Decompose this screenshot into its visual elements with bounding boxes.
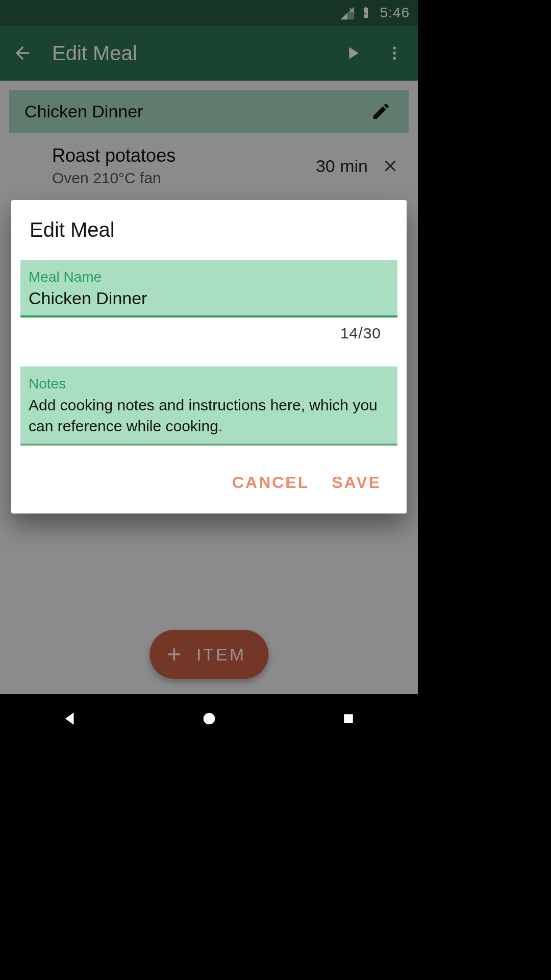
nav-back-icon xyxy=(61,709,79,728)
dialog-title: Edit Meal xyxy=(20,218,397,260)
meal-name-label: Meal Name xyxy=(29,269,389,285)
svg-point-3 xyxy=(203,713,215,725)
dialog-actions: CANCEL SAVE xyxy=(20,446,397,507)
notes-field[interactable]: Notes Add cooking notes and instructions… xyxy=(20,366,397,446)
notes-label: Notes xyxy=(29,376,389,392)
nav-home-button[interactable] xyxy=(186,707,232,730)
nav-recents-icon xyxy=(341,711,356,726)
char-counter: 14/30 xyxy=(20,317,397,342)
edit-meal-dialog: Edit Meal Meal Name 14/30 Notes Add cook… xyxy=(11,200,407,513)
nav-recents-button[interactable] xyxy=(325,707,371,730)
notes-hint: Add cooking notes and instructions here,… xyxy=(29,395,389,436)
svg-rect-4 xyxy=(344,714,353,723)
cancel-button[interactable]: CANCEL xyxy=(232,473,309,492)
save-button[interactable]: SAVE xyxy=(332,473,381,492)
nav-back-button[interactable] xyxy=(47,707,93,730)
nav-home-icon xyxy=(201,710,218,727)
meal-name-input[interactable] xyxy=(29,288,389,308)
system-navbar xyxy=(0,694,418,743)
meal-name-field[interactable]: Meal Name xyxy=(20,260,397,317)
